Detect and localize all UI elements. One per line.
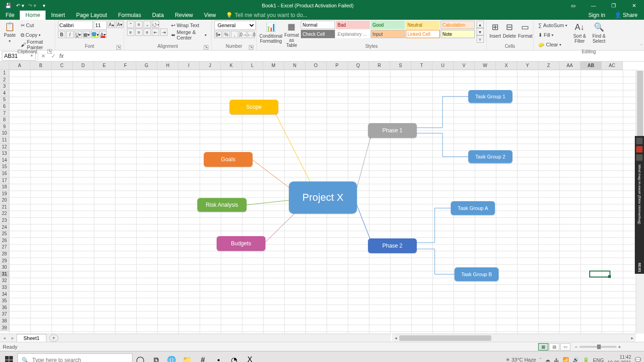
column-header[interactable]: Q [348, 62, 369, 70]
shape-tga[interactable]: Task Group A [451, 201, 495, 215]
row-header[interactable]: 24 [0, 224, 9, 231]
wrap-text-button[interactable]: ↩Wrap Text [169, 21, 208, 30]
zoom-level[interactable] [623, 344, 641, 350]
font-name-combo[interactable] [58, 21, 93, 30]
column-header[interactable]: U [432, 62, 454, 70]
row-header[interactable]: 27 [0, 244, 9, 251]
italic-button[interactable]: I [66, 31, 74, 38]
column-header[interactable]: AA [559, 62, 581, 70]
normal-view-button[interactable]: ▦ [538, 343, 548, 351]
file-explorer-taskbar-button[interactable]: 📁 [179, 352, 195, 362]
styles-more-button[interactable]: ▿ [477, 35, 484, 43]
fill-color-button[interactable]: 🪣▾ [91, 31, 98, 38]
column-header[interactable]: J [200, 62, 221, 70]
zoom-in-button[interactable]: + [618, 344, 621, 350]
row-header[interactable]: 31 [0, 271, 9, 278]
shape-phase2[interactable]: Phase 2 [368, 238, 417, 253]
app-taskbar-button-1[interactable]: ▪ [211, 352, 226, 362]
format-cells-button[interactable]: ▭Format [518, 21, 533, 44]
excel-taskbar-button[interactable]: X [242, 352, 258, 362]
column-header[interactable]: H [157, 62, 178, 70]
decrease-decimal-button[interactable]: ←.0 [247, 31, 255, 38]
cell-grid[interactable]: Project XScopeGoalsRisk AnalysisBudgetsP… [9, 70, 636, 334]
row-header[interactable]: 28 [0, 251, 9, 258]
hscroll-right-button[interactable]: ▸ [628, 335, 636, 340]
select-all-corner[interactable] [0, 62, 9, 70]
row-header[interactable]: 11 [0, 137, 9, 144]
column-header[interactable]: AB [581, 62, 602, 70]
tell-me-search[interactable]: 💡 Tell me what you want to do... [221, 11, 585, 20]
autosum-button[interactable]: ∑AutoSum▾ [536, 21, 569, 30]
column-header[interactable]: P [327, 62, 348, 70]
borders-button[interactable]: ▦▾ [83, 31, 90, 38]
network-icon[interactable]: 🖧 [554, 357, 559, 362]
weather-widget[interactable]: ☀ 33°C Haze [506, 357, 536, 362]
row-header[interactable]: 8 [0, 117, 9, 124]
font-size-combo[interactable] [94, 21, 107, 30]
comma-button[interactable]: , [231, 31, 238, 38]
cell-style-item[interactable]: Bad [336, 21, 370, 29]
row-header[interactable]: 26 [0, 238, 9, 244]
system-tray[interactable]: ☀ 33°C Haze ˆ ☁ 🖧 📶 🔊 🔋 ENG 11:42 19-08-… [503, 355, 644, 362]
column-header[interactable]: T [411, 62, 432, 70]
cell-style-item[interactable]: Neutral [406, 21, 440, 29]
increase-indent-button[interactable]: ⇥ [160, 28, 167, 36]
column-header[interactable]: B [30, 62, 52, 70]
row-header[interactable]: 13 [0, 150, 9, 157]
shape-tg1[interactable]: Task Group 1 [468, 90, 512, 103]
row-header[interactable]: 2 [0, 77, 9, 84]
tab-review[interactable]: Review [169, 11, 198, 20]
language-indicator[interactable]: ENG [593, 357, 604, 362]
row-header[interactable]: 18 [0, 184, 9, 191]
decrease-font-button[interactable]: A▾ [116, 21, 123, 28]
cell-style-item[interactable]: Linked Cell [406, 30, 440, 38]
column-header[interactable]: E [94, 62, 115, 70]
align-middle-button[interactable]: ≡ [135, 21, 143, 28]
fill-button[interactable]: ⬇Fill▾ [536, 30, 569, 40]
row-header[interactable]: 16 [0, 170, 9, 177]
cell-style-item[interactable]: Calculation [441, 21, 475, 29]
cell-style-item[interactable]: Explanatory ... [336, 30, 370, 38]
cortana-button[interactable]: ◯ [132, 352, 148, 362]
column-header[interactable]: O [305, 62, 327, 70]
row-header[interactable]: 39 [0, 325, 9, 332]
shape-phase1[interactable]: Phase 1 [368, 123, 417, 138]
conditional-formatting-button[interactable]: 📊Conditional Formatting [259, 21, 282, 44]
row-header[interactable]: 33 [0, 284, 9, 291]
bold-button[interactable]: B [58, 31, 65, 38]
column-header[interactable]: I [178, 62, 200, 70]
row-header[interactable]: 36 [0, 305, 9, 311]
row-header[interactable]: 15 [0, 164, 9, 170]
column-header[interactable]: Z [538, 62, 559, 70]
tab-view[interactable]: View [199, 11, 222, 20]
cut-button[interactable]: ✂Cut [19, 21, 52, 30]
decrease-indent-button[interactable]: ⇤ [152, 28, 159, 36]
shape-goals[interactable]: Goals [204, 152, 253, 167]
increase-font-button[interactable]: A▴ [108, 21, 115, 28]
accounting-button[interactable]: $▾ [214, 31, 222, 38]
insert-cells-button[interactable]: ⊞Insert [489, 21, 501, 44]
signin-button[interactable]: Sign in [585, 11, 609, 20]
shape-budgets[interactable]: Budgets [217, 236, 265, 251]
cell-style-item[interactable]: Normal [301, 21, 335, 29]
shape-risk[interactable]: Risk Analysis [197, 198, 247, 212]
column-header[interactable]: G [136, 62, 157, 70]
orientation-button[interactable]: ⭯▾ [152, 21, 159, 28]
merge-center-button[interactable]: ⬌Merge & Center▾ [169, 30, 208, 40]
recording-side-panel[interactable]: Mind map in excel (Ekta Verma/Aug) 02:01 [635, 136, 644, 274]
zoom-slider[interactable] [580, 346, 616, 348]
column-header[interactable]: M [263, 62, 284, 70]
start-button[interactable] [0, 351, 17, 362]
align-center-button[interactable]: ≡ [135, 28, 143, 36]
row-header[interactable]: 21 [0, 204, 9, 211]
row-header[interactable]: 14 [0, 157, 9, 164]
row-header[interactable]: 25 [0, 231, 9, 238]
tab-file[interactable]: File [0, 11, 20, 20]
fx-icon[interactable]: fx [59, 53, 63, 59]
taskbar-search[interactable]: 🔍 Type here to search [17, 353, 132, 362]
chrome-taskbar-button[interactable]: 🌐 [164, 352, 179, 362]
column-header[interactable]: D [73, 62, 94, 70]
delete-cells-button[interactable]: ⊟Delete [503, 21, 516, 44]
notifications-button[interactable]: 💬 [635, 357, 641, 362]
shape-scope[interactable]: Scope [230, 100, 278, 114]
